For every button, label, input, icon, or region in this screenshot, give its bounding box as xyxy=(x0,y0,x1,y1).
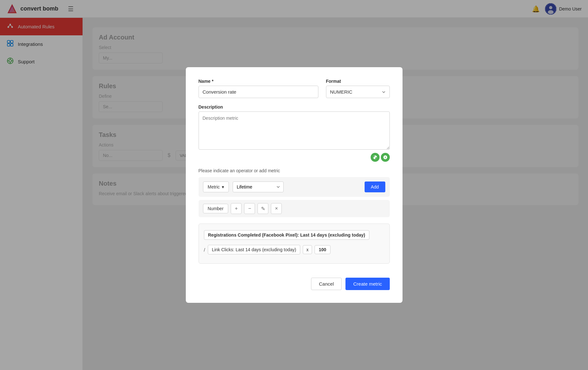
description-label: Description xyxy=(199,104,390,110)
metric-button[interactable]: Metric ▾ xyxy=(203,181,229,192)
format-group: Format NUMERIC PERCENTAGE CURRENCY xyxy=(326,79,390,98)
operator-section: Please indicate an operator or add metri… xyxy=(199,168,390,217)
description-group: Description xyxy=(199,104,390,162)
plus-icon: + xyxy=(235,206,238,211)
operator-instruction: Please indicate an operator or add metri… xyxy=(199,168,390,173)
name-label: Name * xyxy=(199,79,318,84)
modal-overlay[interactable]: Name * Format NUMERIC PERCENTAGE CURRENC… xyxy=(0,0,588,370)
metric-chevron-icon: ▾ xyxy=(222,184,224,189)
number-row: Number + − ✎ × xyxy=(199,200,390,217)
description-footer xyxy=(199,153,390,162)
metric-label: Metric xyxy=(208,184,220,189)
formula-tag-registrations: Registrations Completed (Facebook Pixel)… xyxy=(204,230,369,240)
name-format-row: Name * Format NUMERIC PERCENTAGE CURRENC… xyxy=(199,79,390,98)
description-textarea[interactable] xyxy=(199,111,390,150)
formula-row-1: Registrations Completed (Facebook Pixel)… xyxy=(204,229,384,241)
formula-slash: / xyxy=(204,247,205,253)
formula-row-2: / Link Clicks: Last 14 days (excluding t… xyxy=(204,244,384,256)
create-metric-modal: Name * Format NUMERIC PERCENTAGE CURRENC… xyxy=(186,67,403,303)
metric-row: Metric ▾ Lifetime Last 7 days Last 14 da… xyxy=(199,177,390,197)
name-group: Name * xyxy=(199,79,318,98)
minus-icon: − xyxy=(248,206,251,211)
format-label: Format xyxy=(326,79,390,84)
grammar-icon[interactable] xyxy=(381,153,390,162)
formula-box: Registrations Completed (Facebook Pixel)… xyxy=(199,224,390,264)
plus-button[interactable]: + xyxy=(231,203,242,214)
remove-button[interactable]: × xyxy=(271,203,282,214)
formula-num: 100 xyxy=(315,245,330,254)
edit-button[interactable]: ✎ xyxy=(258,203,268,214)
add-button[interactable]: Add xyxy=(365,181,385,192)
lifetime-select[interactable]: Lifetime Last 7 days Last 14 days Last 3… xyxy=(233,181,284,192)
name-input[interactable] xyxy=(199,86,318,98)
number-tag: Number xyxy=(203,204,229,213)
format-select[interactable]: NUMERIC PERCENTAGE CURRENCY xyxy=(326,86,390,98)
create-metric-button[interactable]: Create metric xyxy=(345,278,389,290)
modal-footer: Cancel Create metric xyxy=(199,271,390,290)
cancel-button[interactable]: Cancel xyxy=(311,278,342,290)
formula-tag-link-clicks: Link Clicks: Last 14 days (excluding tod… xyxy=(208,245,301,254)
edit-icon: ✎ xyxy=(261,206,265,212)
translate-icon[interactable] xyxy=(371,153,380,162)
close-icon: × xyxy=(275,206,278,211)
formula-x: x xyxy=(303,245,312,254)
minus-button[interactable]: − xyxy=(244,203,255,214)
